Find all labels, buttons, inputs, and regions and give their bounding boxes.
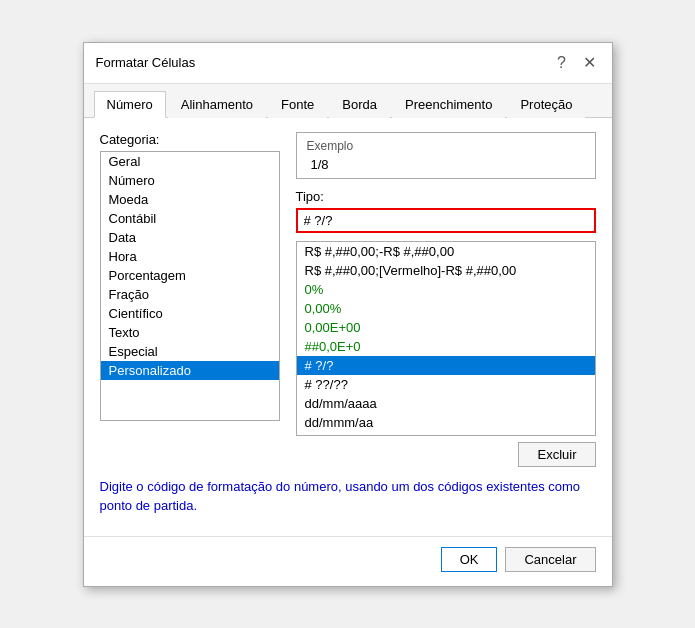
dialog-title: Formatar Células (96, 55, 196, 70)
format-item-6[interactable]: # ?/? (297, 356, 595, 375)
tab-fonte[interactable]: Fonte (268, 91, 327, 118)
tab-bar: Número Alinhamento Fonte Borda Preenchim… (84, 84, 612, 118)
title-bar: Formatar Células ? ✕ (84, 43, 612, 84)
category-item-geral[interactable]: Geral (101, 152, 279, 171)
ok-button[interactable]: OK (441, 547, 498, 572)
tab-alinhamento[interactable]: Alinhamento (168, 91, 266, 118)
tab-borda[interactable]: Borda (329, 91, 390, 118)
category-item-fracao[interactable]: Fração (101, 285, 279, 304)
format-list[interactable]: R$ #,##0,00;-R$ #,##0,00 R$ #,##0,00;[Ve… (296, 241, 596, 436)
example-box: Exemplo 1/8 (296, 132, 596, 179)
excluir-button[interactable]: Excluir (518, 442, 595, 467)
format-item-8[interactable]: dd/mm/aaaa (297, 394, 595, 413)
tab-numero[interactable]: Número (94, 91, 166, 118)
format-item-3[interactable]: 0,00% (297, 299, 595, 318)
example-value: 1/8 (307, 157, 585, 172)
format-item-9[interactable]: dd/mmm/aa (297, 413, 595, 432)
help-button[interactable]: ? (550, 51, 574, 75)
category-section: Categoria: Geral Número Moeda Contábil D… (100, 132, 280, 467)
cancelar-button[interactable]: Cancelar (505, 547, 595, 572)
category-item-personalizado[interactable]: Personalizado (101, 361, 279, 380)
footer: OK Cancelar (84, 536, 612, 586)
format-item-7[interactable]: # ??/?? (297, 375, 595, 394)
tipo-input[interactable] (296, 208, 596, 233)
tab-protecao[interactable]: Proteção (507, 91, 585, 118)
right-panel: Exemplo 1/8 Tipo: R$ #,##0,00;-R$ #,##0,… (296, 132, 596, 467)
example-label: Exemplo (307, 139, 585, 153)
excluir-row: Excluir (296, 442, 596, 467)
category-label: Categoria: (100, 132, 280, 147)
category-item-especial[interactable]: Especial (101, 342, 279, 361)
format-item-10[interactable]: dd/mmm (297, 432, 595, 436)
description: Digite o código de formatação do número,… (100, 477, 596, 516)
tab-content: Categoria: Geral Número Moeda Contábil D… (84, 118, 612, 530)
title-bar-actions: ? ✕ (550, 51, 602, 75)
format-item-4[interactable]: 0,00E+00 (297, 318, 595, 337)
category-item-hora[interactable]: Hora (101, 247, 279, 266)
category-item-numero[interactable]: Número (101, 171, 279, 190)
format-item-1[interactable]: R$ #,##0,00;[Vermelho]-R$ #,##0,00 (297, 261, 595, 280)
close-button[interactable]: ✕ (578, 51, 602, 75)
category-item-texto[interactable]: Texto (101, 323, 279, 342)
main-row: Categoria: Geral Número Moeda Contábil D… (100, 132, 596, 467)
description-text: Digite o código de formatação do número,… (100, 479, 581, 514)
format-item-2[interactable]: 0% (297, 280, 595, 299)
category-item-moeda[interactable]: Moeda (101, 190, 279, 209)
category-item-data[interactable]: Data (101, 228, 279, 247)
tab-preenchimento[interactable]: Preenchimento (392, 91, 505, 118)
category-item-cientifico[interactable]: Científico (101, 304, 279, 323)
format-item-5[interactable]: ##0,0E+0 (297, 337, 595, 356)
category-item-porcentagem[interactable]: Porcentagem (101, 266, 279, 285)
dialog: Formatar Células ? ✕ Número Alinhamento … (83, 42, 613, 587)
category-item-contabil[interactable]: Contábil (101, 209, 279, 228)
tipo-label: Tipo: (296, 189, 596, 204)
format-item-0[interactable]: R$ #,##0,00;-R$ #,##0,00 (297, 242, 595, 261)
category-listbox[interactable]: Geral Número Moeda Contábil Data Hora Po… (100, 151, 280, 421)
description-highlight: um (391, 479, 409, 494)
